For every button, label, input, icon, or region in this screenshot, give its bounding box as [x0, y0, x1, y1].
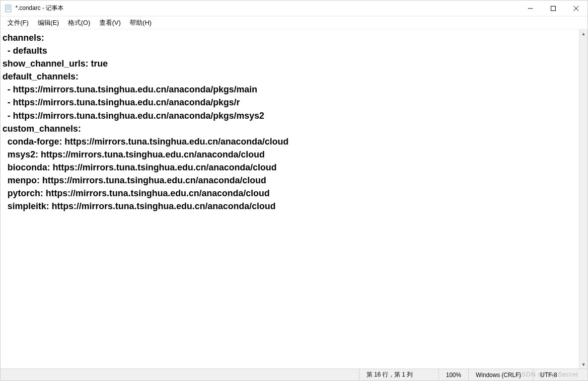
menu-file[interactable]: 文件(F): [3, 17, 33, 29]
menu-format[interactable]: 格式(O): [64, 17, 94, 29]
titlebar: *.condarc - 记事本: [0, 0, 588, 16]
text-editor[interactable]: channels: - defaults show_channel_urls: …: [0, 29, 579, 369]
notepad-icon: [4, 4, 12, 12]
status-cursor: 第 16 行，第 1 列: [359, 369, 439, 381]
minimize-button[interactable]: [519, 0, 542, 16]
maximize-button[interactable]: [542, 0, 565, 16]
svg-rect-0: [5, 5, 11, 12]
menubar: 文件(F) 编辑(E) 格式(O) 查看(V) 帮助(H): [0, 16, 588, 29]
close-button[interactable]: [565, 0, 588, 16]
scroll-up-icon[interactable]: ▲: [580, 29, 588, 38]
menu-edit[interactable]: 编辑(E): [34, 17, 63, 29]
svg-rect-5: [551, 6, 556, 10]
status-encoding: UTF-8: [533, 369, 588, 381]
menu-help[interactable]: 帮助(H): [126, 17, 155, 29]
scroll-down-icon[interactable]: ▼: [580, 360, 588, 369]
status-line-ending: Windows (CRLF): [468, 369, 533, 381]
statusbar: 第 16 行，第 1 列 100% Windows (CRLF) UTF-8: [0, 369, 588, 381]
window-controls: [519, 0, 588, 16]
menu-view[interactable]: 查看(V): [95, 17, 125, 29]
window-title: *.condarc - 记事本: [15, 4, 519, 12]
status-zoom: 100%: [439, 369, 468, 381]
vertical-scrollbar[interactable]: ▲ ▼: [579, 29, 588, 369]
editor-wrap: channels: - defaults show_channel_urls: …: [0, 29, 588, 369]
